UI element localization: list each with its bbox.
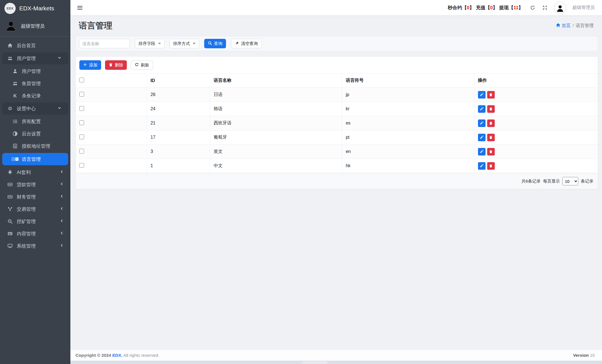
select-all-checkbox[interactable] bbox=[79, 78, 84, 82]
search-button[interactable]: 查询 bbox=[204, 39, 226, 48]
topbar-avatar[interactable] bbox=[555, 2, 566, 13]
scrollbar-thumb[interactable] bbox=[302, 361, 327, 363]
row-checkbox[interactable] bbox=[79, 149, 84, 154]
sidebar-item-home[interactable]: 后台首页 bbox=[0, 39, 70, 52]
clear-search-button[interactable]: 清空查询 bbox=[231, 39, 262, 48]
breadcrumb-home-link[interactable]: 首页 bbox=[556, 23, 571, 29]
sidebar-item-backend-settings[interactable]: 后台设置 bbox=[0, 128, 70, 140]
per-page-select[interactable]: 10 bbox=[562, 177, 578, 185]
row-delete-button[interactable] bbox=[487, 148, 495, 155]
trash-icon bbox=[489, 135, 493, 139]
sidebar-toggle-button[interactable] bbox=[77, 4, 83, 11]
topbar-user-name[interactable]: 超级管理员 bbox=[572, 5, 595, 11]
sidebar-item-system-mgmt[interactable]: 系统管理 bbox=[0, 240, 70, 252]
sort-field-dropdown[interactable]: 排序字段 bbox=[135, 39, 165, 48]
chevron-left-icon bbox=[60, 182, 64, 187]
sidebar-item-all-config[interactable]: 所有配置 bbox=[0, 115, 70, 128]
table-row: 26日语jp bbox=[76, 88, 598, 102]
main-area: 秒合约【0】充值【0】提现【11】 超级管理员 语言管理 首页 / 语言管理 bbox=[70, 0, 602, 364]
android-icon bbox=[7, 169, 13, 175]
row-checkbox[interactable] bbox=[79, 106, 84, 111]
row-checkbox[interactable] bbox=[79, 163, 84, 168]
page-title: 语言管理 bbox=[79, 20, 112, 32]
topbar-stat[interactable]: 充值【0】 bbox=[476, 4, 498, 11]
sidebar-item-ai-arbitrage[interactable]: AI套利 bbox=[0, 166, 70, 178]
row-delete-button[interactable] bbox=[487, 119, 495, 127]
cell-id: 24 bbox=[147, 102, 210, 116]
chevron-left-icon bbox=[60, 206, 64, 212]
plus-icon bbox=[83, 63, 87, 68]
row-checkbox[interactable] bbox=[79, 135, 84, 139]
column-header-ops: 操作 bbox=[474, 74, 598, 88]
row-delete-button[interactable] bbox=[487, 91, 495, 99]
chevron-down-icon bbox=[58, 106, 61, 111]
refresh-icon[interactable] bbox=[530, 5, 536, 11]
brand[interactable]: EDX EDX-Markets bbox=[0, 0, 70, 17]
sidebar-item-user-list[interactable]: 用户管理 bbox=[0, 65, 70, 77]
cell-code: es bbox=[342, 116, 474, 130]
pencil-icon bbox=[480, 121, 484, 125]
home-icon bbox=[7, 43, 13, 48]
desktop-icon bbox=[7, 243, 13, 249]
row-delete-button[interactable] bbox=[487, 134, 495, 141]
edit-button[interactable] bbox=[478, 119, 486, 127]
sidebar-item-loan-mgmt[interactable]: 贷款管理 bbox=[0, 178, 70, 191]
users-icon bbox=[12, 81, 18, 86]
edit-button[interactable] bbox=[478, 148, 486, 155]
sidebar-item-fry-mgmt[interactable]: 鱼苗管理 bbox=[0, 77, 70, 90]
sidebar: EDX EDX-Markets 超级管理员 后台首页用户管理用户管理鱼苗管理K杀… bbox=[0, 0, 70, 364]
sidebar-item-language-mgmt[interactable]: A文语言管理 bbox=[2, 153, 68, 165]
delete-button[interactable]: 删除 bbox=[105, 60, 127, 70]
sidebar-item-content-mgmt[interactable]: 内容管理 bbox=[0, 228, 70, 240]
cell-code: jp bbox=[342, 88, 474, 102]
sort-order-dropdown[interactable]: 排序方式 bbox=[170, 39, 199, 48]
edit-button[interactable] bbox=[478, 105, 486, 113]
row-checkbox[interactable] bbox=[79, 92, 84, 97]
cell-code: kr bbox=[342, 102, 474, 116]
sidebar-item-kill-records[interactable]: K杀鱼记录 bbox=[0, 90, 70, 102]
stat-label: 秒合约 bbox=[448, 5, 462, 10]
sidebar-item-mining-mgmt[interactable]: 挖矿管理 bbox=[0, 215, 70, 228]
column-header-id: ID bbox=[147, 74, 210, 88]
sidebar-item-trade-mgmt[interactable]: 交易管理 bbox=[0, 203, 70, 215]
app-window: EDX EDX-Markets 超级管理员 后台首页用户管理用户管理鱼苗管理K杀… bbox=[0, 0, 602, 364]
sidebar-user-name: 超级管理员 bbox=[21, 23, 45, 29]
sidebar-item-settings-center[interactable]: ⚙设置中心 bbox=[2, 102, 68, 115]
content: 排序字段 排序方式 查询 清空查询 bbox=[70, 36, 602, 349]
edit-button[interactable] bbox=[478, 91, 486, 99]
language-name-input[interactable] bbox=[79, 39, 130, 48]
refresh-icon bbox=[135, 63, 139, 68]
sidebar-item-label: 后台设置 bbox=[22, 131, 41, 137]
trash-icon bbox=[489, 121, 493, 125]
sort-field-label: 排序字段 bbox=[139, 41, 155, 46]
sidebar-item-label: AI套利 bbox=[17, 169, 31, 176]
copyright-prefix: Copyright © 2024 bbox=[75, 353, 111, 358]
footer-brand-link[interactable]: EDX. bbox=[112, 353, 122, 358]
refresh-button[interactable]: 刷新 bbox=[131, 60, 153, 70]
filter-bar: 排序字段 排序方式 查询 清空查询 bbox=[75, 36, 598, 51]
row-delete-button[interactable] bbox=[487, 105, 495, 113]
edit-button[interactable] bbox=[478, 134, 486, 141]
sidebar-item-finance-mgmt[interactable]: 财务管理 bbox=[0, 191, 70, 203]
topbar-stat[interactable]: 秒合约【0】 bbox=[448, 4, 474, 11]
row-checkbox[interactable] bbox=[79, 120, 84, 125]
per-page-prefix: 每页显示 bbox=[543, 179, 560, 184]
table-row: 24韩语kr bbox=[76, 102, 598, 116]
trash-icon bbox=[489, 93, 493, 97]
fullscreen-icon[interactable] bbox=[542, 5, 548, 11]
cell-code: hk bbox=[342, 159, 474, 173]
topbar-stat[interactable]: 提现【11】 bbox=[499, 4, 523, 11]
row-delete-button[interactable] bbox=[487, 162, 495, 170]
sidebar-item-auth-address-mgmt[interactable]: 授权地址管理 bbox=[0, 140, 70, 152]
cell-name: 韩语 bbox=[210, 102, 342, 116]
table-row: 3英文en bbox=[76, 145, 598, 159]
sidebar-item-label: 贷款管理 bbox=[17, 181, 36, 188]
edit-button[interactable] bbox=[478, 162, 486, 170]
table-header-row: ID 语言名称 语言符号 操作 bbox=[76, 74, 598, 88]
topbar-right: 秒合约【0】充值【0】提现【11】 超级管理员 bbox=[448, 2, 595, 13]
topbar-stats: 秒合约【0】充值【0】提现【11】 bbox=[448, 4, 523, 11]
add-button[interactable]: 添加 bbox=[79, 60, 101, 70]
breadcrumb: 首页 / 语言管理 bbox=[556, 23, 594, 29]
sidebar-item-user-mgmt[interactable]: 用户管理 bbox=[2, 52, 68, 64]
breadcrumb-separator: / bbox=[573, 23, 574, 28]
